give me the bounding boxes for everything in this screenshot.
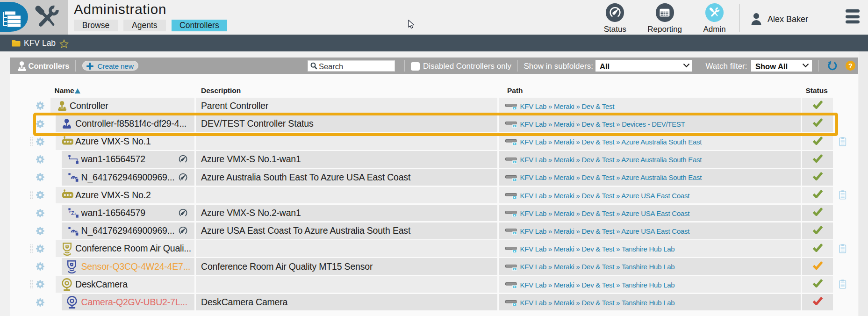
svg-text:z: z <box>69 210 71 214</box>
svg-text:z: z <box>74 212 76 215</box>
